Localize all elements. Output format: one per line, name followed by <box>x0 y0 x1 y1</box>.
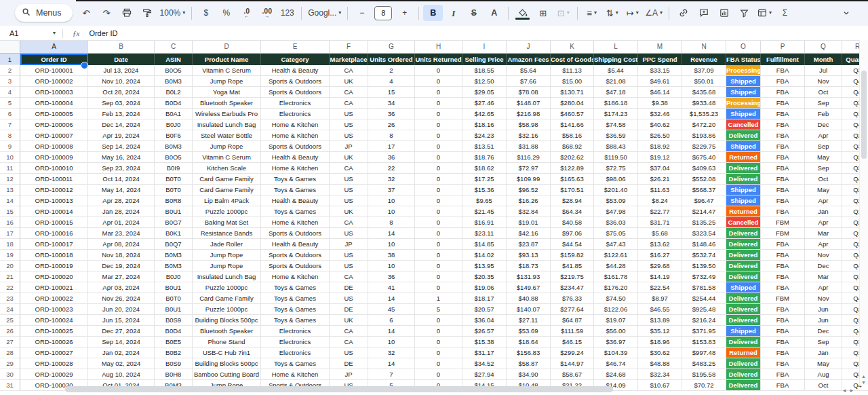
cell-k22[interactable]: $234.47 <box>551 282 594 293</box>
cell-e19[interactable]: Sports & Outdoors <box>261 250 330 261</box>
cell-p7[interactable]: FBA <box>761 119 805 130</box>
cell-b13[interactable]: May 14, 2024 <box>88 185 155 195</box>
cell-b11[interactable]: Sep 23, 2024 <box>88 163 155 174</box>
cell-p3[interactable]: FBA <box>761 76 805 87</box>
cell-c25[interactable]: B0S9 <box>155 315 193 326</box>
cell-a21[interactable]: ORD-100020 <box>20 271 88 282</box>
cell-g17[interactable]: 14 <box>368 228 415 239</box>
format-percent-button[interactable]: % <box>216 5 236 21</box>
cell-m3[interactable]: $49.61 <box>638 76 682 87</box>
cell-f26[interactable]: CA <box>330 326 368 337</box>
cell-h30[interactable]: 0 <box>415 369 462 380</box>
cell-l19[interactable]: $122.61 <box>594 250 638 261</box>
cell-f8[interactable]: US <box>330 130 368 141</box>
cell-n4[interactable]: $435.68 <box>682 87 726 98</box>
cell-l28[interactable]: $104.39 <box>594 347 638 358</box>
cell-l17[interactable]: $75.05 <box>594 228 638 239</box>
cell-l3[interactable]: $21.08 <box>594 76 638 87</box>
cell-k12[interactable]: $165.63 <box>551 174 594 185</box>
cell-f24[interactable]: DE <box>330 304 368 315</box>
cell-q8[interactable]: Apr <box>805 130 842 141</box>
zoom-select[interactable]: 100% ▾ <box>158 5 188 21</box>
column-header-i[interactable]: I <box>462 40 507 54</box>
cell-g6[interactable]: 36 <box>368 109 415 119</box>
cell-q26[interactable]: Dec <box>805 326 842 337</box>
cell-q23[interactable]: Nov <box>805 293 842 304</box>
insert-link-button[interactable] <box>673 5 693 21</box>
cell-p8[interactable]: FBA <box>761 130 805 141</box>
cell-k29[interactable]: $144.97 <box>551 358 594 369</box>
cell-h25[interactable]: 0 <box>415 315 462 326</box>
cell-c21[interactable]: B0J0 <box>155 271 193 282</box>
cell-n20[interactable]: $139.50 <box>682 261 726 271</box>
cell-o17[interactable]: Delivered <box>726 228 761 239</box>
cell-k6[interactable]: $460.57 <box>551 109 594 119</box>
cell-q10[interactable]: May <box>805 152 842 163</box>
cell-f13[interactable]: US <box>330 185 368 195</box>
cell-f6[interactable]: US <box>330 109 368 119</box>
cell-j20[interactable]: $18.73 <box>507 261 551 271</box>
cell-h6[interactable]: 0 <box>415 109 462 119</box>
cell-m18[interactable]: $13.62 <box>638 239 682 250</box>
cell-h17[interactable]: 0 <box>415 228 462 239</box>
cell-e17[interactable]: Sports & Outdoors <box>261 228 330 239</box>
cell-d23[interactable]: Card Game Family <box>193 293 261 304</box>
vertical-align-button[interactable]: ⇅ ▾ <box>602 5 622 21</box>
cell-o10[interactable]: Returned <box>726 152 761 163</box>
cell-d17[interactable]: Resistance Bands <box>193 228 261 239</box>
cell-n3[interactable]: $50.01 <box>682 76 726 87</box>
cell-m28[interactable]: $30.62 <box>638 347 682 358</box>
italic-button[interactable]: I <box>443 5 463 21</box>
cell-m25[interactable]: $13.89 <box>638 315 682 326</box>
column-header-p[interactable]: P <box>761 40 805 54</box>
cell-d13[interactable]: Card Game Family <box>193 185 261 195</box>
cell-i8[interactable]: $24.23 <box>462 130 507 141</box>
cell-j2[interactable]: $5.64 <box>507 65 551 76</box>
cell-g28[interactable]: 32 <box>368 347 415 358</box>
cell-p27[interactable]: FBA <box>761 337 805 347</box>
cell-a15[interactable]: ORD-100014 <box>20 206 88 217</box>
cell-b9[interactable]: Sep 14, 2024 <box>88 141 155 152</box>
cell-b16[interactable]: Apr 01, 2024 <box>88 217 155 228</box>
cell-h3[interactable]: 0 <box>415 76 462 87</box>
cell-k14[interactable]: $28.94 <box>551 195 594 206</box>
cell-j15[interactable]: $32.84 <box>507 206 551 217</box>
cell-l5[interactable]: $186.18 <box>594 98 638 109</box>
cell-c8[interactable]: B0F6 <box>155 130 193 141</box>
cell-h15[interactable]: 0 <box>415 206 462 217</box>
cell-j24[interactable]: $140.07 <box>507 304 551 315</box>
cell-q31[interactable]: Oct <box>805 380 842 391</box>
cell-b29[interactable]: May 02, 2024 <box>88 358 155 369</box>
format-currency-button[interactable]: $ <box>196 5 216 21</box>
cell-i19[interactable]: $14.02 <box>462 250 507 261</box>
cell-i12[interactable]: $17.25 <box>462 174 507 185</box>
cell-j10[interactable]: $116.29 <box>507 152 551 163</box>
text-wrap-button[interactable]: ↦ ▾ <box>623 5 642 21</box>
cell-h11[interactable]: 0 <box>415 163 462 174</box>
row-header-22[interactable]: 22 <box>0 282 20 293</box>
cell-h21[interactable]: 0 <box>415 271 462 282</box>
cell-o13[interactable]: Shipped <box>726 185 761 195</box>
cell-l25[interactable]: $19.07 <box>594 315 638 326</box>
cell-m11[interactable]: $37.04 <box>638 163 682 174</box>
column-header-d[interactable]: D <box>193 40 261 54</box>
header-cell-b1[interactable]: Date <box>88 54 155 65</box>
cell-m24[interactable]: $46.55 <box>638 304 682 315</box>
cell-n14[interactable]: $96.47 <box>682 195 726 206</box>
cell-o12[interactable]: Delivered <box>726 174 761 185</box>
row-header-28[interactable]: 28 <box>0 347 20 358</box>
cell-p13[interactable]: FBA <box>761 185 805 195</box>
cell-q6[interactable]: Feb <box>805 109 842 119</box>
column-header-o[interactable]: O <box>726 40 761 54</box>
cell-m20[interactable]: $29.68 <box>638 261 682 271</box>
cell-h18[interactable]: 0 <box>415 239 462 250</box>
cell-c30[interactable]: B0H8 <box>155 369 193 380</box>
cell-j18[interactable]: $23.87 <box>507 239 551 250</box>
cell-n24[interactable]: $925.48 <box>682 304 726 315</box>
cell-j16[interactable]: $19.01 <box>507 217 551 228</box>
cell-o24[interactable]: Delivered <box>726 304 761 315</box>
cell-a24[interactable]: ORD-100023 <box>20 304 88 315</box>
cell-g16[interactable]: 8 <box>368 217 415 228</box>
cell-j19[interactable]: $93.13 <box>507 250 551 261</box>
cell-l7[interactable]: $74.58 <box>594 119 638 130</box>
